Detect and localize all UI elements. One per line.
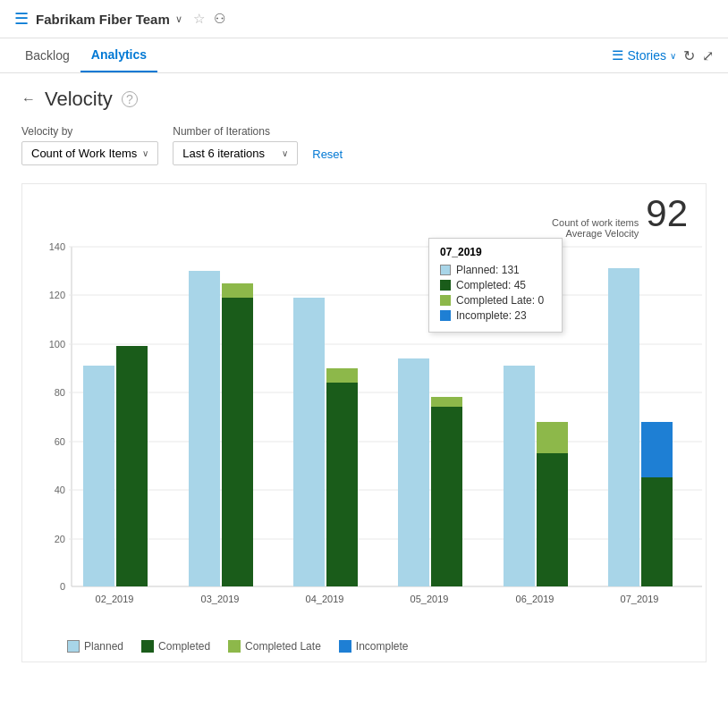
filters-row: Velocity by Count of Work Items ∨ Number… <box>21 125 707 165</box>
app-icon: ☰ <box>14 9 29 29</box>
tooltip-completed-late-text: Completed Late: 0 <box>456 294 544 307</box>
bar-06-completed-late <box>537 422 568 453</box>
svg-text:06_2019: 06_2019 <box>516 594 554 604</box>
svg-text:80: 80 <box>55 387 65 398</box>
svg-text:02_2019: 02_2019 <box>96 594 134 604</box>
bar-05-planned <box>398 358 429 586</box>
velocity-by-chevron-icon: ∨ <box>142 148 148 158</box>
legend-completed-late: Completed Late <box>228 640 321 653</box>
tooltip-incomplete-text: Incomplete: 23 <box>456 309 527 322</box>
count-label: Count of work items <box>552 217 639 228</box>
reset-button[interactable]: Reset <box>312 143 343 165</box>
legend-incomplete-label: Incomplete <box>356 640 409 653</box>
svg-text:140: 140 <box>49 241 65 252</box>
stories-dropdown-button[interactable]: ☰ Stories ∨ <box>612 47 676 63</box>
legend-incomplete-color <box>339 640 351 653</box>
tooltip-planned-color <box>440 265 451 275</box>
svg-text:40: 40 <box>55 485 65 495</box>
bar-05-completed-late <box>431 397 462 407</box>
bar-tooltip: 07_2019 Planned: 131 Completed: 45 Compl… <box>428 238 563 333</box>
team-name: Fabrikam Fiber Team <box>36 12 170 27</box>
bar-04-completed <box>326 383 358 586</box>
bar-06-planned <box>504 366 535 586</box>
svg-text:0: 0 <box>60 581 65 592</box>
svg-text:60: 60 <box>55 436 65 447</box>
tooltip-title: 07_2019 <box>440 246 551 258</box>
velocity-by-dropdown[interactable]: Count of Work Items ∨ <box>21 141 158 165</box>
bar-03-planned <box>189 271 220 586</box>
bar-07-completed <box>641 477 673 586</box>
nav-right-actions: ☰ Stories ∨ ↻ ⤢ <box>612 47 714 64</box>
refresh-icon[interactable]: ↻ <box>683 47 695 64</box>
help-icon[interactable]: ? <box>122 91 138 107</box>
tab-backlog[interactable]: Backlog <box>14 39 80 72</box>
main-content: ← Velocity ? Velocity by Count of Work I… <box>0 73 728 677</box>
tooltip-completed-row: Completed: 45 <box>440 279 551 291</box>
bar-chart-svg: 140 120 100 80 60 40 20 <box>31 238 711 631</box>
velocity-by-label: Velocity by <box>21 125 158 138</box>
svg-text:07_2019: 07_2019 <box>621 594 659 604</box>
nav-bar: Backlog Analytics ☰ Stories ∨ ↻ ⤢ <box>0 38 728 73</box>
bar-02-completed <box>116 346 148 586</box>
bar-04-completed-late <box>326 368 358 383</box>
iterations-value: Last 6 iterations <box>182 147 265 160</box>
svg-text:100: 100 <box>49 339 65 350</box>
bar-03-completed <box>222 298 253 586</box>
tooltip-planned-text: Planned: 131 <box>456 264 520 276</box>
tooltip-completed-late-row: Completed Late: 0 <box>440 294 551 307</box>
tooltip-planned-row: Planned: 131 <box>440 264 551 276</box>
velocity-by-value: Count of Work Items <box>31 147 137 160</box>
app-header: ☰ Fabrikam Fiber Team ∨ ☆ ⚇ <box>0 0 728 38</box>
tab-analytics[interactable]: Analytics <box>80 38 157 72</box>
bar-chart-area: 140 120 100 80 60 40 20 <box>31 238 688 631</box>
page-title: Velocity <box>45 88 113 111</box>
team-members-icon[interactable]: ⚇ <box>214 11 225 27</box>
legend-planned-label: Planned <box>84 640 123 653</box>
svg-text:04_2019: 04_2019 <box>306 594 344 604</box>
velocity-value: 92 <box>646 195 688 232</box>
legend-completed-late-color <box>228 640 241 653</box>
chart-container: Count of work items Average Velocity 92 … <box>21 183 707 662</box>
svg-text:120: 120 <box>49 290 65 300</box>
chart-legend: Planned Completed Completed Late Incompl… <box>31 640 688 653</box>
legend-completed-late-label: Completed Late <box>245 640 321 653</box>
page-title-row: ← Velocity ? <box>21 88 707 111</box>
bar-06-completed <box>537 453 568 586</box>
legend-completed: Completed <box>141 640 210 653</box>
tooltip-completed-text: Completed: 45 <box>456 279 526 291</box>
bar-07-planned <box>608 268 639 586</box>
svg-text:03_2019: 03_2019 <box>201 594 240 604</box>
bar-03-completed-late <box>222 283 253 298</box>
legend-planned-color <box>67 640 80 653</box>
bar-02-planned <box>83 366 114 586</box>
tooltip-completed-late-color <box>440 295 451 306</box>
svg-text:20: 20 <box>55 534 65 544</box>
team-chevron-icon[interactable]: ∨ <box>175 13 182 25</box>
back-button[interactable]: ← <box>21 91 36 107</box>
tooltip-completed-color <box>440 280 451 291</box>
tooltip-incomplete-color <box>440 310 451 321</box>
bar-04-planned <box>293 298 325 586</box>
stories-label: Stories <box>627 48 666 63</box>
bar-07-incomplete <box>641 422 673 477</box>
legend-incomplete: Incomplete <box>339 640 409 653</box>
tooltip-incomplete-row: Incomplete: 23 <box>440 309 551 322</box>
legend-completed-label: Completed <box>158 640 210 653</box>
favorite-star-icon[interactable]: ☆ <box>193 11 205 27</box>
legend-completed-color <box>141 640 154 653</box>
iterations-label: Number of Iterations <box>173 125 298 138</box>
bar-05-completed <box>431 407 462 586</box>
velocity-summary: Count of work items Average Velocity 92 <box>552 195 688 239</box>
iterations-dropdown[interactable]: Last 6 iterations ∨ <box>173 141 298 165</box>
velocity-by-filter: Velocity by Count of Work Items ∨ <box>21 125 158 165</box>
iterations-chevron-icon: ∨ <box>282 148 288 158</box>
iterations-filter: Number of Iterations Last 6 iterations ∨ <box>173 125 298 165</box>
svg-text:05_2019: 05_2019 <box>411 594 449 604</box>
legend-planned: Planned <box>67 640 123 653</box>
expand-icon[interactable]: ⤢ <box>702 47 714 64</box>
